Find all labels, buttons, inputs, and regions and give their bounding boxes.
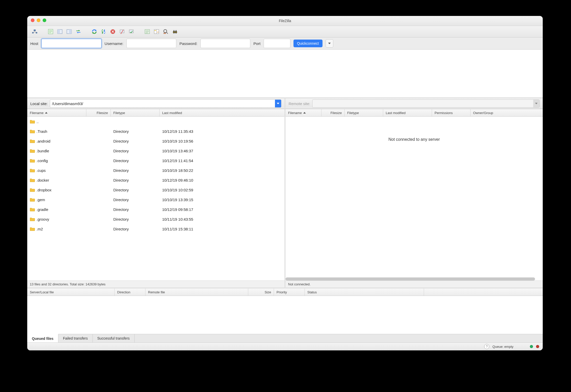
local-col-modified[interactable]: Last modified: [160, 109, 284, 116]
traffic-lights: [31, 18, 46, 22]
local-site-combo[interactable]: /Users/dimasm93/: [50, 99, 281, 108]
remote-status: Not connected.: [286, 281, 543, 287]
toolbar: [27, 26, 543, 38]
file-row[interactable]: .gemDirectory10/10/19 13:39:15: [27, 195, 284, 204]
username-input[interactable]: [126, 39, 176, 48]
local-column-headers[interactable]: Filename Filesize Filetype Last modified: [27, 109, 284, 117]
remote-col-filesize[interactable]: Filesize: [321, 109, 345, 116]
host-label: Host: [30, 41, 38, 46]
remote-site-section: Remote site:: [286, 98, 543, 109]
queue-col-size[interactable]: Size: [248, 288, 274, 296]
remote-h-scrollbar[interactable]: [286, 277, 543, 281]
refresh-icon[interactable]: [90, 28, 98, 35]
site-path-row: Local site: /Users/dimasm93/ Remote site…: [27, 98, 543, 109]
remote-col-filename[interactable]: Filename: [286, 109, 321, 116]
svg-rect-25: [145, 30, 150, 34]
help-icon[interactable]: ?: [484, 344, 489, 349]
tab-successful-transfers[interactable]: Successful transfers: [93, 334, 135, 342]
queue-col-priority[interactable]: Priority: [274, 288, 305, 296]
svg-point-38: [173, 32, 174, 33]
queue-col-direction[interactable]: Direction: [115, 288, 145, 296]
compare-icon[interactable]: [153, 28, 160, 35]
svg-point-33: [164, 30, 167, 33]
sort-asc-icon: [45, 112, 48, 114]
tree-local-icon[interactable]: [56, 28, 64, 35]
zoom-window-button[interactable]: [43, 18, 46, 22]
file-row[interactable]: .bundleDirectory10/10/19 13:46:37: [27, 146, 284, 156]
remote-col-modified[interactable]: Last modified: [383, 109, 432, 116]
filters-icon[interactable]: [100, 28, 107, 35]
file-row[interactable]: .groovyDirectory10/11/19 10:43:55: [27, 214, 284, 224]
local-site-section: Local site: /Users/dimasm93/: [27, 98, 286, 109]
file-panes: Filename Filesize Filetype Last modified…: [27, 109, 543, 288]
filezilla-window: FileZilla: [27, 16, 543, 350]
port-input[interactable]: [264, 39, 290, 48]
reconnect-icon[interactable]: [127, 28, 135, 35]
remote-column-headers[interactable]: Filename Filesize Filetype Last modified…: [286, 109, 543, 117]
folder-icon: [30, 207, 35, 211]
svg-rect-1: [32, 32, 34, 33]
chevron-down-icon: [535, 103, 538, 104]
local-site-dropdown-button[interactable]: [275, 100, 281, 107]
file-row[interactable]: ..: [27, 117, 284, 126]
file-row[interactable]: .m2Directory10/11/19 15:38:11: [27, 224, 284, 234]
host-input[interactable]: [41, 39, 102, 48]
file-row[interactable]: .gradleDirectory10/12/19 09:58:17: [27, 204, 284, 214]
local-col-filesize[interactable]: Filesize: [86, 109, 111, 116]
quickconnect-history-button[interactable]: [326, 39, 333, 48]
svg-rect-12: [69, 30, 71, 34]
minimize-window-button[interactable]: [37, 18, 40, 22]
file-row[interactable]: .TrashDirectory10/12/19 11:35:43: [27, 126, 284, 136]
folder-icon: [30, 227, 35, 231]
queue-body[interactable]: [27, 296, 543, 334]
local-col-filename[interactable]: Filename: [27, 109, 86, 116]
transfer-queue: Server/Local file Direction Remote file …: [27, 288, 543, 342]
local-file-list[interactable]: ...TrashDirectory10/12/19 11:35:43.andro…: [27, 117, 284, 281]
folder-icon: [30, 198, 35, 202]
file-row[interactable]: .configDirectory10/12/19 11:41:54: [27, 156, 284, 165]
tab-queued-files[interactable]: Queued files: [27, 334, 58, 342]
chevron-down-icon: [277, 103, 279, 104]
binoculars-icon[interactable]: [171, 28, 179, 35]
cancel-icon[interactable]: [109, 28, 117, 35]
file-row[interactable]: .androidDirectory10/10/19 10:19:56: [27, 136, 284, 146]
svg-rect-22: [120, 30, 124, 33]
local-col-filetype[interactable]: Filetype: [111, 109, 160, 116]
remote-col-filetype[interactable]: Filetype: [345, 109, 383, 116]
local-status: 13 files and 32 directories. Total size:…: [27, 281, 284, 287]
file-row[interactable]: .cupsDirectory10/10/19 18:50:22: [27, 165, 284, 175]
queue-col-server[interactable]: Server/Local file: [27, 288, 115, 296]
message-log-pane[interactable]: [27, 50, 543, 98]
queue-col-remote[interactable]: Remote file: [145, 288, 248, 296]
svg-rect-10: [58, 30, 60, 34]
queue-tabs: Queued files Failed transfers Successful…: [27, 334, 543, 342]
svg-point-17: [102, 30, 103, 32]
local-site-label: Local site:: [30, 101, 48, 106]
sync-browse-icon[interactable]: [75, 28, 82, 35]
search-icon[interactable]: [162, 28, 170, 35]
queue-column-headers[interactable]: Server/Local file Direction Remote file …: [27, 288, 543, 296]
tree-remote-icon[interactable]: [65, 28, 73, 35]
tab-failed-transfers[interactable]: Failed transfers: [58, 334, 93, 342]
queue-col-status[interactable]: Status: [305, 288, 424, 296]
file-row[interactable]: .dropboxDirectory10/10/19 10:02:59: [27, 185, 284, 195]
close-window-button[interactable]: [31, 18, 34, 22]
footer: ? Queue: empty: [27, 342, 543, 350]
chevron-down-icon: [328, 43, 331, 44]
remote-col-owner[interactable]: Owner/Group: [471, 109, 543, 116]
activity-led-send: [536, 345, 539, 348]
quickconnect-button[interactable]: Quickconnect: [293, 40, 323, 47]
disconnect-icon[interactable]: [118, 28, 126, 35]
file-row[interactable]: .dockerDirectory10/12/19 09:46:10: [27, 175, 284, 185]
svg-point-18: [104, 32, 105, 33]
site-manager-icon[interactable]: [31, 28, 39, 35]
log-toggle-icon[interactable]: [47, 28, 54, 35]
port-label: Port: [253, 41, 261, 46]
remote-col-permissions[interactable]: Permissions: [432, 109, 471, 116]
remote-site-label: Remote site:: [289, 101, 310, 106]
queue-process-icon[interactable]: [143, 28, 151, 35]
svg-rect-32: [157, 32, 159, 32]
password-input[interactable]: [200, 39, 250, 48]
remote-site-combo: [312, 99, 540, 108]
folder-icon: [30, 119, 35, 124]
